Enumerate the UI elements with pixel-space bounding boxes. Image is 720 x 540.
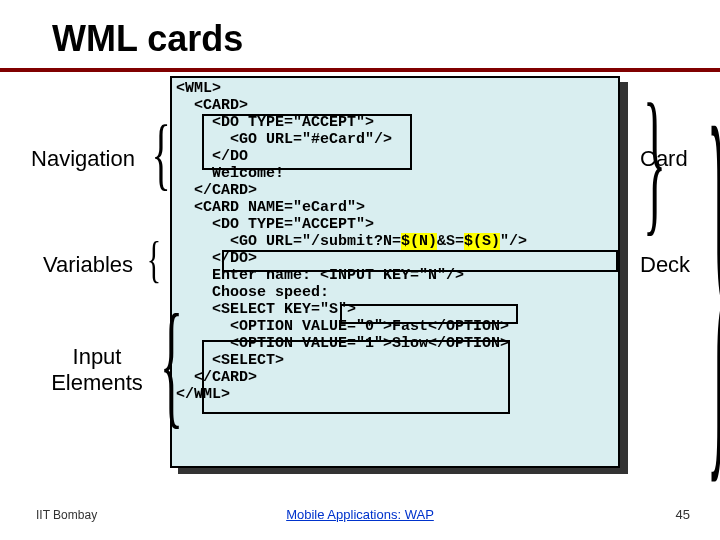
code-line: Choose speed: (212, 284, 614, 301)
highlight-input-tag (340, 304, 518, 324)
page-title: WML cards (52, 18, 243, 59)
brace-variables: { (147, 230, 161, 288)
slide-stage: <WML> <CARD> <DO TYPE="ACCEPT"> <GO URL=… (0, 72, 720, 522)
brace-deck: } (707, 32, 720, 526)
brace-navigation: { (152, 108, 171, 199)
brace-card: } (643, 68, 666, 253)
label-navigation: Navigation (18, 146, 148, 172)
code-line: <DO TYPE="ACCEPT"> (212, 216, 614, 233)
highlight-select-block (202, 340, 510, 414)
code-line: <CARD NAME="eCard"> (194, 199, 614, 216)
code-line: <CARD> (194, 97, 614, 114)
label-variables: Variables (28, 252, 148, 278)
brace-input: { (160, 282, 184, 443)
code-var-s: $(S) (464, 233, 500, 250)
code-line: </CARD> (194, 182, 614, 199)
label-deck: Deck (640, 252, 690, 278)
code-var-n: $(N) (401, 233, 437, 250)
code-frag: "/> (500, 233, 527, 250)
footer-page-number: 45 (676, 507, 690, 522)
code-line: <GO URL="/submit?N=$(N)&S=$(S)"/> (230, 233, 614, 250)
titlebar: WML cards (0, 0, 720, 72)
footer-link-anchor[interactable]: Mobile Applications: WAP (286, 507, 434, 522)
code-frag: &S= (437, 233, 464, 250)
code-frag: <GO URL="/submit?N= (230, 233, 401, 250)
code-line: <WML> (176, 80, 614, 97)
footer-link[interactable]: Mobile Applications: WAP (0, 507, 720, 522)
highlight-variables (222, 250, 618, 272)
highlight-navigation (202, 114, 412, 170)
label-input-elements: Input Elements (42, 344, 152, 396)
